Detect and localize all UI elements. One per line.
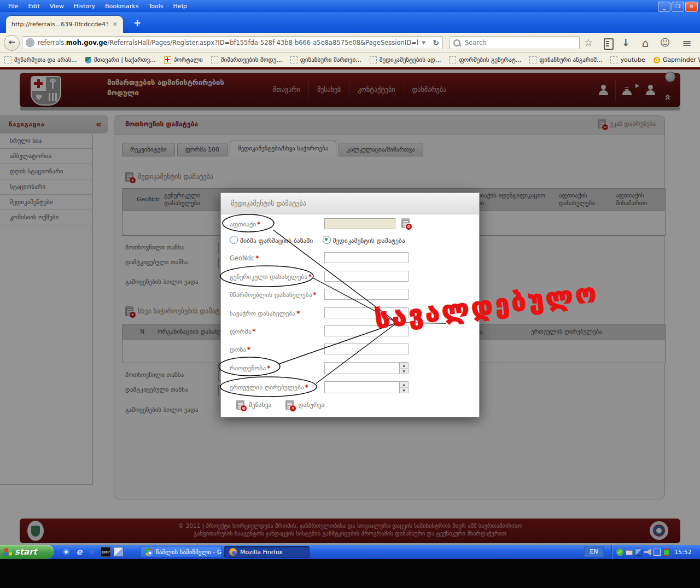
- menu-help[interactable]: Help: [168, 2, 192, 11]
- unit-price-label: ერთეულის ღირებულება*: [230, 383, 308, 391]
- manufacturer-label: მწარმოებლის დასახელება*: [230, 291, 316, 299]
- start-button[interactable]: start: [0, 545, 54, 559]
- menu-file[interactable]: File: [3, 2, 23, 11]
- shield-icon: [85, 57, 91, 63]
- security-check-icon[interactable]: ✓: [616, 549, 623, 556]
- tab-title: http://referrals...639-0fcdccde4338: [11, 21, 108, 28]
- app-tray-icon[interactable]: [654, 549, 661, 556]
- clock: 15:52: [674, 549, 692, 556]
- bookmarks-panel-icon[interactable]: [604, 38, 614, 50]
- browser-tabbar: http://referrals...639-0fcdccde4338 ✕ +: [0, 12, 700, 33]
- save-icon: ⊘: [236, 400, 244, 410]
- bookmark-item[interactable]: ფორმების გენერატ...: [449, 56, 521, 63]
- menu-edit[interactable]: Edit: [23, 2, 44, 11]
- spin-up-icon[interactable]: ▲: [400, 363, 408, 369]
- bookmark-star-icon[interactable]: ☆: [582, 37, 595, 48]
- tab-close-icon[interactable]: ✕: [113, 21, 118, 28]
- bookmark-placeholder-icon: [370, 56, 377, 63]
- new-tab-button[interactable]: +: [130, 18, 144, 30]
- pharmacy-lookup-icon[interactable]: ⊘: [401, 218, 410, 228]
- search-icon: [453, 39, 460, 46]
- georgia-emblem-icon: [164, 56, 171, 64]
- bookmark-item[interactable]: პორტალი: [164, 56, 203, 64]
- form-label: ფორმა*: [230, 328, 256, 335]
- spin-up-icon[interactable]: ▲: [400, 382, 408, 388]
- bookmark-item[interactable]: GGapminder World: [654, 56, 700, 63]
- site-identity-icon[interactable]: [26, 38, 34, 47]
- window-close-button[interactable]: ✕: [685, 2, 698, 12]
- url-bar[interactable]: referrals.moh.gov.ge/ReferralsHall/Pages…: [22, 36, 443, 49]
- quicklaunch-ie-icon[interactable]: e: [74, 547, 84, 557]
- browser-tab[interactable]: http://referrals...639-0fcdccde4338 ✕: [5, 15, 124, 33]
- display-icon[interactable]: [663, 549, 670, 556]
- downloads-icon[interactable]: ↓: [619, 37, 632, 48]
- network-icon[interactable]: [635, 549, 642, 556]
- generic-name-input[interactable]: [324, 271, 409, 282]
- window-restore-button[interactable]: ❐: [672, 2, 684, 12]
- printer-icon[interactable]: [626, 550, 633, 555]
- url-text: referrals.moh.gov.ge/ReferralsHall/Pages…: [38, 39, 418, 46]
- screen-bottom-black: [0, 559, 700, 588]
- hamburger-menu-icon[interactable]: ≡: [680, 37, 693, 50]
- dose-input[interactable]: [324, 344, 409, 354]
- trade-name-label: სავაჭრო დასახელება*: [230, 310, 300, 317]
- menu-bookmarks[interactable]: Bookmarks: [100, 2, 143, 11]
- geondc-label: GeoNdc*: [230, 254, 259, 262]
- save-button[interactable]: ⊘ შენახვა: [236, 400, 271, 410]
- manufacturer-input[interactable]: [324, 289, 409, 300]
- unit-price-stepper[interactable]: ▲▼: [324, 381, 409, 393]
- back-button[interactable]: ←: [4, 35, 20, 51]
- close-button[interactable]: ✕ დახურვა: [285, 400, 324, 410]
- menu-view[interactable]: View: [45, 2, 69, 11]
- source-radio-group: მიბმა ფარმაციის ბაზაში მედიკამენტის დამა…: [230, 236, 405, 244]
- taskbar: start e XMP წამლის სამიზმელი - G... Mozi…: [0, 545, 700, 559]
- bookmark-placeholder-icon: [290, 56, 298, 63]
- search-input[interactable]: [464, 38, 564, 47]
- language-indicator[interactable]: EN: [584, 546, 604, 557]
- pharmacy-input[interactable]: [324, 218, 395, 229]
- reload-icon[interactable]: ↻: [429, 38, 439, 47]
- windows-flag-icon: [4, 548, 12, 556]
- trade-name-input[interactable]: [324, 307, 409, 318]
- quicklaunch-app-icon[interactable]: [114, 547, 124, 557]
- task-chrome-window[interactable]: წამლის სამიზმელი - G...: [140, 546, 222, 558]
- bookmark-item[interactable]: მეწარმეთა და არას...: [4, 56, 77, 63]
- window-minimize-button[interactable]: _: [658, 2, 670, 12]
- bookmark-placeholder-icon: [211, 56, 218, 63]
- menu-tools[interactable]: Tools: [143, 2, 168, 11]
- screen: File Edit View History Bookmarks Tools H…: [0, 0, 700, 588]
- spin-down-icon[interactable]: ▼: [400, 388, 408, 393]
- system-tray: ✓ 15:52: [611, 545, 700, 559]
- page-top-border: [0, 67, 700, 69]
- search-box[interactable]: [450, 36, 580, 49]
- bookmark-item[interactable]: ფინანსური მართვი...: [290, 56, 361, 63]
- firefox-icon: [229, 548, 237, 556]
- bookmark-item[interactable]: მედიკამენტების ად...: [370, 56, 441, 63]
- close-doc-icon: ✕: [285, 400, 294, 410]
- volume-icon[interactable]: [644, 549, 651, 556]
- bookmark-item[interactable]: მიმართვების მოდუ...: [211, 56, 282, 63]
- quantity-stepper[interactable]: ▲▼: [324, 362, 409, 374]
- url-dropdown-icon[interactable]: ▼: [422, 40, 425, 45]
- radio-link-pharmacy-db[interactable]: [230, 236, 238, 244]
- quicklaunch-xmp-icon[interactable]: XMP: [101, 547, 110, 557]
- bookmark-item[interactable]: ფინანსური ანგარიშ...: [529, 56, 602, 63]
- bookmark-item[interactable]: მთავარი | საქართვ...: [85, 56, 156, 63]
- chat-icon[interactable]: ☺: [658, 37, 672, 48]
- spin-down-icon[interactable]: ▼: [400, 369, 408, 374]
- radio-add-medication[interactable]: [323, 236, 331, 244]
- home-icon[interactable]: ⌂: [639, 37, 652, 50]
- bookmark-placeholder-icon: [529, 56, 536, 63]
- task-firefox-window[interactable]: Mozilla Firefox: [224, 546, 310, 558]
- menu-history[interactable]: History: [69, 2, 100, 11]
- chrome-icon: [145, 548, 153, 556]
- gapminder-icon: G: [654, 57, 660, 63]
- geondc-input[interactable]: [324, 252, 409, 263]
- bookmarks-bar: მეწარმეთა და არას... მთავარი | საქართვ..…: [0, 53, 700, 67]
- add-medication-dialog: მედიკამენტის დამატება აფთიაქი* ⊘ მიბმა ფ…: [220, 193, 480, 417]
- form-input[interactable]: [324, 325, 409, 336]
- bookmark-placeholder-icon: [449, 56, 456, 63]
- dialog-title: მედიკამენტის დამატება: [221, 193, 479, 214]
- bookmark-item[interactable]: youtube: [610, 56, 645, 63]
- bookmark-placeholder-icon: [4, 56, 11, 63]
